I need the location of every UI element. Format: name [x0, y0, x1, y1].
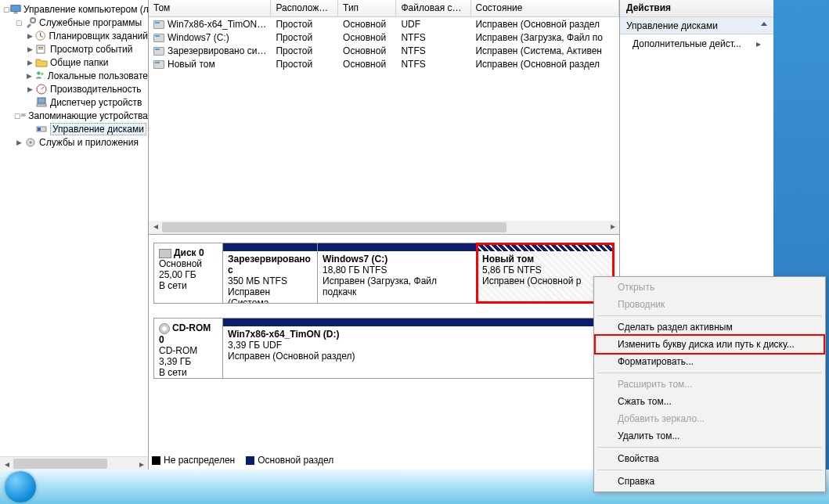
cdrom-icon — [159, 323, 170, 334]
disk-label[interactable]: CD-ROM 0 CD-ROM 3,39 ГБ В сети — [154, 319, 223, 378]
menu-item-shrink[interactable]: Сжать том... — [596, 393, 824, 410]
drive-icon — [153, 60, 164, 69]
navigation-tree-panel: ▢ Управление компьютером (ло ▢ Служебные… — [0, 0, 149, 470]
collapse-icon[interactable]: ▢ — [14, 112, 21, 120]
menu-item-add-mirror[interactable]: Добавить зеркало... — [596, 410, 824, 427]
volume-fs: NTFS — [396, 59, 470, 70]
tree-item-disk-management[interactable]: Управление дисками — [0, 122, 148, 135]
tree-item-event-viewer[interactable]: ▶ Просмотр событий — [0, 42, 148, 56]
menu-item-explorer[interactable]: Проводник — [596, 296, 824, 313]
tree-label: Планировщик заданий — [49, 31, 148, 41]
menu-item-properties[interactable]: Свойства — [596, 450, 824, 467]
partition-status: Исправен (Основной р — [482, 275, 581, 286]
scroll-left-icon[interactable]: ◂ — [0, 457, 13, 470]
volume-type: Основной — [338, 19, 396, 30]
volume-status: Исправен (Загрузка, Файл по — [470, 32, 619, 43]
disk-state: В сети — [159, 280, 187, 291]
svg-point-7 — [37, 72, 40, 75]
event-icon — [35, 43, 48, 56]
partition-size: 18,80 ГБ NTFS — [323, 265, 387, 275]
disk-row-cdrom: CD-ROM 0 CD-ROM 3,39 ГБ В сети Win7x86-x… — [153, 318, 615, 379]
chevron-right-icon: ▸ — [756, 38, 761, 49]
users-icon — [34, 70, 45, 82]
tree-item-performance[interactable]: ▶ Производительность — [0, 82, 148, 95]
start-button[interactable] — [5, 471, 36, 502]
tree-label: Диспетчер устройств — [50, 97, 142, 108]
tree-root[interactable]: ▢ Управление компьютером (ло — [0, 2, 148, 16]
tree-item-system-tools[interactable]: ▢ Служебные программы — [0, 16, 148, 29]
legend-swatch-primary — [246, 456, 254, 465]
column-header-filesystem[interactable]: Файловая система — [396, 0, 470, 16]
volume-table-body: Win7x86-x64_TimON (D:) Простой Основной … — [149, 17, 619, 70]
partition-status: Исправен (Система, — [228, 286, 272, 303]
column-header-volume[interactable]: Том — [149, 0, 271, 16]
volume-fs: NTFS — [396, 45, 470, 56]
menu-item-change-drive-letter[interactable]: Изменить букву диска или путь к диску... — [596, 336, 824, 353]
menu-item-delete-volume[interactable]: Удалить том... — [596, 427, 824, 445]
menu-item-format[interactable]: Форматировать... — [596, 353, 824, 370]
menu-item-open[interactable]: Открыть — [596, 279, 824, 296]
tree-label: Служебные программы — [39, 17, 142, 28]
volume-status: Исправен (Система, Активен — [470, 45, 619, 56]
partition-header-bar — [318, 243, 477, 251]
scroll-right-icon[interactable]: ▸ — [606, 221, 619, 234]
table-row[interactable]: Windows7 (C:) Простой Основной NTFS Испр… — [149, 31, 619, 44]
tree-label: Общие папки — [50, 57, 108, 68]
scroll-right-icon[interactable]: ▸ — [135, 457, 148, 470]
table-row[interactable]: Win7x86-x64_TimON (D:) Простой Основной … — [149, 17, 619, 31]
volume-name: Зарезервировано системой — [168, 45, 271, 56]
collapse-caret-icon — [761, 22, 767, 26]
collapse-icon[interactable]: ▢ — [3, 5, 10, 13]
scroll-left-icon[interactable]: ◂ — [149, 221, 162, 234]
table-row[interactable]: Новый том Простой Основной NTFS Исправен… — [149, 57, 619, 70]
tree-horizontal-scrollbar[interactable]: ◂ ▸ — [0, 456, 148, 470]
partition-header-bar — [223, 319, 614, 326]
tree-item-local-users[interactable]: ▶ Локальные пользовате — [0, 69, 148, 82]
svg-rect-1 — [13, 12, 17, 13]
tree-item-device-manager[interactable]: Диспетчер устройств — [0, 95, 148, 109]
volume-name: Новый том — [168, 59, 215, 70]
disk-label[interactable]: Диск 0 Основной 25,00 ГБ В сети — [154, 243, 223, 303]
actions-more-item[interactable]: Дополнительные дейст... ▸ — [620, 34, 773, 53]
scrollbar-thumb[interactable] — [13, 459, 107, 469]
partition-cdrom[interactable]: Win7x86-x64_TimON (D:) 3,39 ГБ UDF Испра… — [223, 319, 614, 378]
tree-item-shared-folders[interactable]: ▶ Общие папки — [0, 56, 148, 69]
partition-size: 350 МБ NTFS — [228, 275, 287, 286]
menu-item-make-active[interactable]: Сделать раздел активным — [596, 319, 824, 336]
column-header-type[interactable]: Тип — [338, 0, 396, 16]
menu-separator — [597, 315, 822, 316]
menu-item-extend[interactable]: Расширить том... — [596, 376, 824, 393]
storage-icon — [21, 110, 26, 122]
table-row[interactable]: Зарезервировано системой Простой Основно… — [149, 44, 619, 57]
volume-type: Основной — [338, 45, 396, 56]
tree-item-task-scheduler[interactable]: ▶ Планировщик заданий — [0, 29, 148, 42]
legend-label: Не распределен — [164, 455, 235, 466]
tree-label: Управление компьютером (ло — [23, 4, 149, 15]
tree-item-services[interactable]: ▶ Службы и приложения — [0, 135, 148, 149]
volume-list-table: Том Расположение Тип Файловая система Со… — [149, 0, 619, 235]
column-header-layout[interactable]: Расположение — [271, 0, 338, 16]
tree-item-storage[interactable]: ▢ Запоминающие устройства — [0, 109, 148, 122]
disk-row-disk0: Диск 0 Основной 25,00 ГБ В сети Зарезерв… — [153, 243, 615, 304]
partition-name: Win7x86-x64_TimON (D:) — [228, 329, 609, 340]
legend-bar: Не распределен Основной раздел — [152, 454, 616, 466]
volume-table-header: Том Расположение Тип Файловая система Со… — [149, 0, 619, 17]
disk-type: Основной — [159, 258, 202, 269]
actions-header: Действия — [620, 0, 773, 17]
actions-subheader[interactable]: Управление дисками — [620, 17, 773, 34]
collapse-icon[interactable]: ▢ — [14, 19, 24, 27]
scrollbar-thumb[interactable] — [162, 222, 506, 232]
volume-table-scrollbar[interactable]: ◂ ▸ — [149, 221, 619, 234]
svg-point-17 — [30, 141, 32, 143]
svg-point-8 — [41, 73, 44, 76]
volume-layout: Простой — [271, 59, 338, 70]
partition-system-reserved[interactable]: Зарезервировано с 350 МБ NTFS Исправен (… — [223, 243, 317, 303]
menu-item-help[interactable]: Справка — [596, 473, 824, 490]
partition-windows7[interactable]: Windows7 (C:) 18,80 ГБ NTFS Исправен (За… — [317, 243, 477, 303]
tree-label: Управление дисками — [50, 123, 146, 135]
column-header-status[interactable]: Состояние — [471, 0, 619, 16]
main-content-panel: Том Расположение Тип Файловая система Со… — [149, 0, 619, 470]
svg-rect-5 — [38, 47, 43, 48]
actions-sub-label: Управление дисками — [626, 20, 718, 31]
disk-size: 25,00 ГБ — [159, 269, 196, 280]
